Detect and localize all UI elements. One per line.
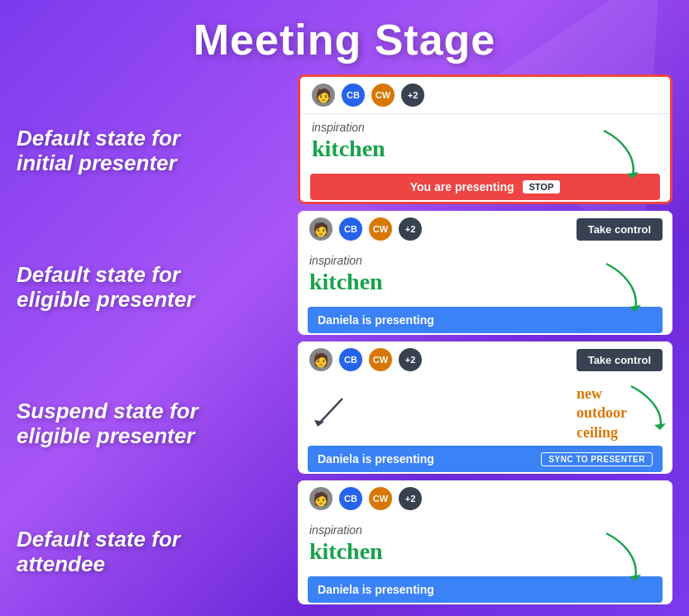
label-block-3: Suspend state for eligible presenter [17,356,281,492]
card-4-header: 🧑 CB CW +2 [298,480,672,517]
card-4-presenting-text: Daniela is presenting [318,583,434,596]
card-initial-presenter: 🧑 CB CW +2 inspiration kitchen You ar [298,74,672,204]
card-3-content: newoutdoorceiling [298,378,672,444]
svg-marker-5 [629,575,641,581]
state-label-2: Default state for eligible presenter [17,263,194,313]
avatar-3-cw: CW [367,346,394,373]
state-label-3: Suspend state for eligible presenter [17,399,199,449]
card-1-presenting-text: You are presenting [410,180,514,193]
avatar-1-photo: 🧑 [310,82,337,108]
cards-column: 🧑 CB CW +2 inspiration kitchen You ar [298,74,672,616]
label-block-1: Default state for initial presenter [17,83,281,219]
avatar-1-cw: CW [370,82,396,108]
main-layout: Default state for initial presenter Defa… [0,74,689,616]
stop-button[interactable]: STOP [523,180,561,193]
card-4-content: inspiration kitchen [298,517,672,575]
avatar-2-cw: CW [367,216,394,242]
labels-column: Default state for initial presenter Defa… [17,74,281,616]
card-2-avatars: 🧑 CB CW +2 [308,216,423,242]
card-1-arrow-icon [587,122,653,180]
card-3-arrow-icon [309,390,351,432]
avatar-4-photo: 🧑 [308,485,334,512]
avatar-3-cb: CB [337,346,364,373]
svg-marker-0 [627,172,639,179]
card-2-header: 🧑 CB CW +2 Take control [298,211,672,247]
label-block-4: Default state for attendee [17,492,281,612]
card-1-avatars: 🧑 CB CW +2 [310,82,426,108]
avatar-1-plus: +2 [400,82,426,108]
take-control-button-2[interactable]: Take control [577,349,663,371]
card-4-arrow-icon [590,525,656,583]
avatar-4-plus: +2 [397,485,423,512]
card-3-presenting-bar: Daniela is presenting SYNC TO PRESENTER [308,446,663,472]
label-block-2: Default state for eligible presenter [17,219,281,356]
sync-to-presenter-button[interactable]: SYNC TO PRESENTER [541,452,653,466]
card-4-avatars: 🧑 CB CW +2 [308,485,423,512]
take-control-button-1[interactable]: Take control [577,218,663,241]
avatar-2-plus: +2 [397,216,423,242]
page-title: Meeting Stage [0,0,689,74]
card-2-arrow-icon [590,255,656,313]
card-3-avatars: 🧑 CB CW +2 [308,346,423,373]
avatar-4-cb: CB [337,485,364,512]
card-3-presenting-text: Daniela is presenting [318,452,434,466]
avatar-2-photo: 🧑 [308,216,334,242]
card-3-handwriting: newoutdoorceiling [577,384,627,442]
card-2-content: inspiration kitchen [298,247,672,305]
avatar-3-plus: +2 [397,346,423,373]
card-attendee: 🧑 CB CW +2 inspiration kitchen Daniela i… [298,480,672,604]
avatar-1-cb: CB [340,82,366,108]
state-label-4: Default state for attendee [17,528,180,577]
avatar-2-cb: CB [337,216,364,242]
svg-marker-1 [629,305,641,312]
svg-line-2 [318,399,342,425]
avatar-3-photo: 🧑 [308,346,334,373]
card-3-header: 🧑 CB CW +2 Take control [298,341,672,378]
card-2-presenting-text: Daniela is presenting [318,313,434,327]
state-label-1: Default state for initial presenter [17,127,180,176]
card-1-header: 🧑 CB CW +2 [300,77,670,114]
card-3-arrow-right-icon [623,382,672,432]
card-suspend-eligible: 🧑 CB CW +2 Take control newoutdoorceilin… [298,341,672,474]
svg-marker-4 [654,423,666,430]
avatar-4-cw: CW [367,485,394,512]
card-eligible-presenter: 🧑 CB CW +2 Take control inspiration kitc… [298,211,672,335]
card-3-footer: Daniela is presenting SYNC TO PRESENTER [298,444,672,474]
card-1-content: inspiration kitchen [300,114,670,172]
